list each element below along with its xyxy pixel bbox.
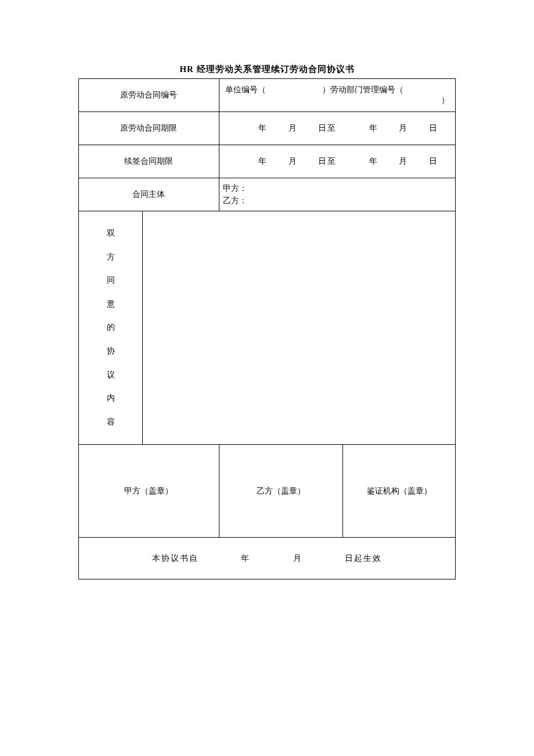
value-original-period: 年 月 日至 年 月 日 (219, 112, 455, 145)
eff-month: 月 (293, 554, 302, 563)
eff-prefix: 本协议书自 (152, 554, 199, 563)
value-contract-parties: 甲方： 乙方： (219, 178, 455, 211)
vchar-5: 的 (79, 316, 142, 340)
label-contract-parties: 合同主体 (79, 178, 219, 211)
party-b-label: 乙方： (223, 195, 455, 207)
value-agreement-content (143, 211, 456, 445)
eff-suffix: 日起生效 (345, 554, 382, 563)
r-day2: 日 (429, 157, 438, 165)
close-paren: ） (441, 95, 449, 106)
year2: 年 (369, 124, 378, 132)
row-original-contract-period: 原劳动合同期限 年 月 日至 年 月 日 (79, 112, 456, 145)
vchar-2: 方 (79, 246, 142, 269)
vchar-6: 协 (79, 340, 142, 363)
month2: 月 (399, 124, 408, 132)
label-renewal-period: 续签合同期限 (79, 145, 219, 178)
stamp-party-a: 甲方（盖章） (79, 445, 219, 538)
year1: 年 (258, 124, 268, 132)
stamp-witness: 鉴证机构（盖章） (343, 445, 456, 538)
vchar-9: 容 (79, 411, 142, 434)
row-contract-parties: 合同主体 甲方： 乙方： (79, 178, 456, 211)
vchar-8: 内 (79, 387, 142, 411)
vchar-3: 同 (79, 269, 142, 293)
value-original-contract-no: 单位编号（ ）劳动部门管理编号（ ） (219, 79, 455, 112)
r-year2: 年 (369, 157, 378, 165)
r-month2: 月 (399, 157, 408, 165)
value-renewal-period: 年 月 日至 年 月 日 (219, 145, 455, 178)
label-original-period: 原劳动合同期限 (79, 112, 219, 145)
row-agreement-content: 双 方 同 意 的 协 议 内 容 (79, 211, 456, 445)
row-renewal-period: 续签合同期限 年 月 日至 年 月 日 (79, 145, 456, 178)
r-year1: 年 (258, 157, 268, 165)
month1: 月 (288, 124, 298, 132)
stamp-party-b: 乙方（盖章） (219, 445, 342, 538)
row-stamps: 甲方（盖章） 乙方（盖章） 鉴证机构（盖章） (79, 445, 456, 538)
eff-year: 年 (241, 554, 250, 563)
row-effective: 本协议书自 年 月 日起生效 (79, 538, 456, 579)
row-original-contract-no: 原劳动合同编号 单位编号（ ）劳动部门管理编号（ ） (79, 79, 456, 112)
effective-date: 本协议书自 年 月 日起生效 (79, 538, 456, 579)
vchar-7: 议 (79, 363, 142, 387)
unit-no-label: 单位编号（ (225, 85, 266, 94)
day1: 日至 (318, 124, 337, 132)
document-title: HR 经理劳动关系管理续订劳动合同协议书 (78, 64, 456, 75)
label-agreement-content: 双 方 同 意 的 协 议 内 容 (79, 211, 143, 445)
r-month1: 月 (288, 157, 298, 165)
vchar-1: 双 (79, 222, 142, 246)
r-day1: 日至 (318, 157, 337, 165)
vchar-4: 意 (79, 293, 142, 316)
contract-table: 原劳动合同编号 单位编号（ ）劳动部门管理编号（ ） 原劳动合同期限 年 月 日… (78, 78, 456, 579)
label-original-contract-no: 原劳动合同编号 (79, 79, 219, 112)
labor-dept-no-label: ）劳动部门管理编号（ (322, 85, 403, 94)
day2: 日 (429, 124, 438, 132)
party-a-label: 甲方： (223, 182, 455, 195)
